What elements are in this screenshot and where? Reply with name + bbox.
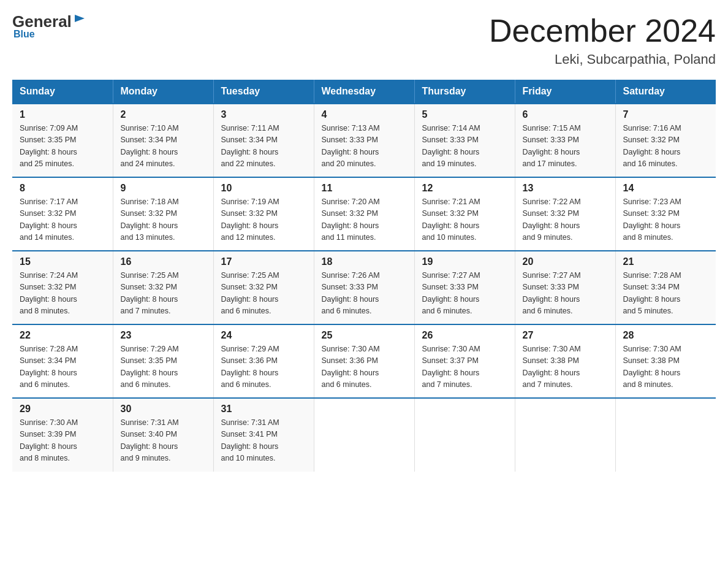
header-sunday: Sunday	[12, 80, 113, 104]
day-number: 13	[523, 183, 608, 194]
header-friday: Friday	[515, 80, 615, 104]
calendar-cell: 11Sunrise: 7:20 AMSunset: 3:32 PMDayligh…	[314, 177, 414, 251]
day-info: Sunrise: 7:31 AMSunset: 3:41 PMDaylight:…	[221, 417, 306, 465]
day-number: 1	[20, 109, 105, 120]
day-info: Sunrise: 7:27 AMSunset: 3:33 PMDaylight:…	[422, 270, 507, 318]
calendar-cell: 30Sunrise: 7:31 AMSunset: 3:40 PMDayligh…	[113, 398, 213, 472]
day-number: 20	[523, 256, 608, 267]
calendar-cell: 8Sunrise: 7:17 AMSunset: 3:32 PMDaylight…	[12, 177, 113, 251]
day-info: Sunrise: 7:24 AMSunset: 3:32 PMDaylight:…	[20, 270, 105, 318]
day-info: Sunrise: 7:09 AMSunset: 3:35 PMDaylight:…	[20, 123, 105, 170]
day-info: Sunrise: 7:30 AMSunset: 3:38 PMDaylight:…	[523, 343, 608, 391]
day-number: 21	[623, 256, 709, 267]
calendar-table: SundayMondayTuesdayWednesdayThursdayFrid…	[12, 80, 716, 472]
day-number: 5	[422, 109, 507, 120]
calendar-cell: 14Sunrise: 7:23 AMSunset: 3:32 PMDayligh…	[615, 177, 716, 251]
month-title: December 2024	[489, 12, 716, 49]
day-number: 24	[221, 330, 306, 341]
day-number: 25	[322, 330, 407, 341]
calendar-cell: 22Sunrise: 7:28 AMSunset: 3:34 PMDayligh…	[12, 324, 113, 398]
day-number: 23	[121, 330, 206, 341]
day-number: 15	[20, 256, 105, 267]
header-monday: Monday	[113, 80, 213, 104]
calendar-cell: 18Sunrise: 7:26 AMSunset: 3:33 PMDayligh…	[314, 251, 414, 324]
day-info: Sunrise: 7:14 AMSunset: 3:33 PMDaylight:…	[422, 123, 507, 170]
calendar-cell: 4Sunrise: 7:13 AMSunset: 3:33 PMDaylight…	[314, 104, 414, 177]
calendar-cell: 7Sunrise: 7:16 AMSunset: 3:32 PMDaylight…	[615, 104, 716, 177]
day-info: Sunrise: 7:17 AMSunset: 3:32 PMDaylight:…	[20, 196, 105, 244]
day-info: Sunrise: 7:29 AMSunset: 3:35 PMDaylight:…	[121, 343, 206, 391]
day-number: 10	[221, 183, 306, 194]
day-number: 18	[322, 256, 407, 267]
week-row-5: 29Sunrise: 7:30 AMSunset: 3:39 PMDayligh…	[12, 398, 716, 472]
svg-marker-0	[75, 15, 85, 22]
header-saturday: Saturday	[615, 80, 716, 104]
week-row-1: 1Sunrise: 7:09 AMSunset: 3:35 PMDaylight…	[12, 104, 716, 177]
day-number: 22	[20, 330, 105, 341]
day-info: Sunrise: 7:19 AMSunset: 3:32 PMDaylight:…	[221, 196, 306, 244]
calendar-cell: 19Sunrise: 7:27 AMSunset: 3:33 PMDayligh…	[414, 251, 515, 324]
calendar-cell: 15Sunrise: 7:24 AMSunset: 3:32 PMDayligh…	[12, 251, 113, 324]
calendar-cell	[414, 398, 515, 472]
day-number: 29	[20, 404, 105, 415]
day-number: 2	[121, 109, 206, 120]
header-thursday: Thursday	[414, 80, 515, 104]
weekday-header-row: SundayMondayTuesdayWednesdayThursdayFrid…	[12, 80, 716, 104]
day-number: 6	[523, 109, 608, 120]
week-row-2: 8Sunrise: 7:17 AMSunset: 3:32 PMDaylight…	[12, 177, 716, 251]
day-info: Sunrise: 7:26 AMSunset: 3:33 PMDaylight:…	[322, 270, 407, 318]
calendar-cell: 26Sunrise: 7:30 AMSunset: 3:37 PMDayligh…	[414, 324, 515, 398]
calendar-cell: 20Sunrise: 7:27 AMSunset: 3:33 PMDayligh…	[515, 251, 615, 324]
calendar-cell: 17Sunrise: 7:25 AMSunset: 3:32 PMDayligh…	[213, 251, 314, 324]
day-info: Sunrise: 7:25 AMSunset: 3:32 PMDaylight:…	[121, 270, 206, 318]
calendar-cell: 29Sunrise: 7:30 AMSunset: 3:39 PMDayligh…	[12, 398, 113, 472]
day-number: 27	[523, 330, 608, 341]
logo: General Blue	[12, 12, 86, 40]
day-info: Sunrise: 7:13 AMSunset: 3:33 PMDaylight:…	[322, 123, 407, 170]
day-number: 7	[623, 109, 709, 120]
calendar-cell	[314, 398, 414, 472]
day-info: Sunrise: 7:30 AMSunset: 3:37 PMDaylight:…	[422, 343, 507, 391]
week-row-3: 15Sunrise: 7:24 AMSunset: 3:32 PMDayligh…	[12, 251, 716, 324]
calendar-cell: 28Sunrise: 7:30 AMSunset: 3:38 PMDayligh…	[615, 324, 716, 398]
calendar-cell: 6Sunrise: 7:15 AMSunset: 3:33 PMDaylight…	[515, 104, 615, 177]
day-number: 9	[121, 183, 206, 194]
calendar-cell: 12Sunrise: 7:21 AMSunset: 3:32 PMDayligh…	[414, 177, 515, 251]
day-info: Sunrise: 7:28 AMSunset: 3:34 PMDaylight:…	[20, 343, 105, 391]
day-info: Sunrise: 7:29 AMSunset: 3:36 PMDaylight:…	[221, 343, 306, 391]
day-number: 14	[623, 183, 709, 194]
calendar-cell: 25Sunrise: 7:30 AMSunset: 3:36 PMDayligh…	[314, 324, 414, 398]
calendar-cell: 31Sunrise: 7:31 AMSunset: 3:41 PMDayligh…	[213, 398, 314, 472]
day-number: 26	[422, 330, 507, 341]
calendar-cell	[615, 398, 716, 472]
calendar-cell: 13Sunrise: 7:22 AMSunset: 3:32 PMDayligh…	[515, 177, 615, 251]
calendar-cell: 21Sunrise: 7:28 AMSunset: 3:34 PMDayligh…	[615, 251, 716, 324]
day-info: Sunrise: 7:11 AMSunset: 3:34 PMDaylight:…	[221, 123, 306, 170]
day-number: 12	[422, 183, 507, 194]
page-header: General Blue December 2024 Leki, Subcarp…	[12, 12, 716, 67]
calendar-cell: 10Sunrise: 7:19 AMSunset: 3:32 PMDayligh…	[213, 177, 314, 251]
day-number: 19	[422, 256, 507, 267]
header-wednesday: Wednesday	[314, 80, 414, 104]
day-info: Sunrise: 7:21 AMSunset: 3:32 PMDaylight:…	[422, 196, 507, 244]
calendar-cell: 2Sunrise: 7:10 AMSunset: 3:34 PMDaylight…	[113, 104, 213, 177]
day-info: Sunrise: 7:10 AMSunset: 3:34 PMDaylight:…	[121, 123, 206, 170]
day-number: 16	[121, 256, 206, 267]
calendar-cell: 1Sunrise: 7:09 AMSunset: 3:35 PMDaylight…	[12, 104, 113, 177]
day-info: Sunrise: 7:31 AMSunset: 3:40 PMDaylight:…	[121, 417, 206, 465]
calendar-cell: 27Sunrise: 7:30 AMSunset: 3:38 PMDayligh…	[515, 324, 615, 398]
header-tuesday: Tuesday	[213, 80, 314, 104]
calendar-cell: 16Sunrise: 7:25 AMSunset: 3:32 PMDayligh…	[113, 251, 213, 324]
day-info: Sunrise: 7:23 AMSunset: 3:32 PMDaylight:…	[623, 196, 709, 244]
day-number: 3	[221, 109, 306, 120]
day-info: Sunrise: 7:25 AMSunset: 3:32 PMDaylight:…	[221, 270, 306, 318]
title-section: December 2024 Leki, Subcarpathia, Poland	[489, 12, 716, 67]
logo-flag-icon	[72, 13, 86, 27]
day-info: Sunrise: 7:22 AMSunset: 3:32 PMDaylight:…	[523, 196, 608, 244]
day-info: Sunrise: 7:28 AMSunset: 3:34 PMDaylight:…	[623, 270, 709, 318]
week-row-4: 22Sunrise: 7:28 AMSunset: 3:34 PMDayligh…	[12, 324, 716, 398]
day-info: Sunrise: 7:27 AMSunset: 3:33 PMDaylight:…	[523, 270, 608, 318]
calendar-cell	[515, 398, 615, 472]
day-info: Sunrise: 7:30 AMSunset: 3:38 PMDaylight:…	[623, 343, 709, 391]
location: Leki, Subcarpathia, Poland	[489, 52, 716, 67]
